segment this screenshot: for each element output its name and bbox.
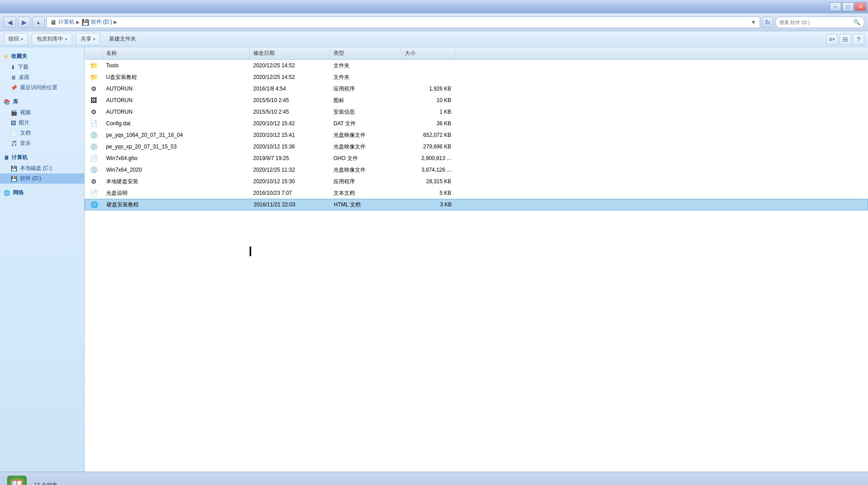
file-modified: 2020/12/25 14:52 (250, 74, 330, 80)
col-name-header[interactable]: 名称 (103, 47, 250, 59)
file-name[interactable]: Tools (103, 62, 250, 69)
file-type-icon: 💿 (90, 132, 98, 139)
table-row[interactable]: 📁U盘安装教程2020/12/25 14:52文件夹 (85, 71, 868, 83)
table-row[interactable]: 📄光盘说明2016/10/23 7:07文本文档5 KB (85, 187, 868, 199)
sidebar-item-documents[interactable]: 📄 文档 (0, 128, 84, 138)
refresh-button[interactable]: ↻ (762, 16, 773, 28)
table-row[interactable]: 📄Config.dat2020/10/12 15:42DAT 文件36 KB (85, 118, 868, 129)
search-bar: 🔍 (775, 16, 864, 28)
sidebar-item-pictures[interactable]: 🖼 图片 (0, 118, 84, 128)
file-row-icon: 📄 (85, 189, 103, 197)
sidebar-section-library: 📚 库 🎬 视频 🖼 图片 📄 文档 🎵 音乐 (0, 96, 84, 148)
library-label: 库 (13, 98, 18, 106)
table-row[interactable]: 🌐硬盘安装教程2016/11/21 22:03HTML 文档3 KB (85, 199, 868, 210)
file-name[interactable]: Win7x64_2020 (103, 167, 250, 173)
file-size: 28,315 KB (401, 178, 455, 185)
file-type-icon: 📄 (90, 189, 98, 197)
file-name[interactable]: pe_yqs_1064_20_07_31_16_04 (103, 132, 250, 138)
file-name[interactable]: 硬盘安装教程 (103, 201, 250, 209)
search-input[interactable] (779, 20, 852, 25)
sidebar-network-header[interactable]: 🌐 网络 (0, 187, 84, 198)
share-button[interactable]: 共享 ▾ (76, 33, 100, 45)
column-header: 名称 修改日期 类型 大小 (85, 47, 868, 60)
sidebar: ★ 收藏夹 ⬇ 下载 🖥 桌面 📌 最近访问的位置 📚 库 � (0, 47, 85, 472)
table-row[interactable]: ⚙AUTORUN2016/1/8 4:54应用程序1,926 KB (85, 83, 868, 95)
table-row[interactable]: 💿pe_yqs_xp_20_07_31_15_532020/10/12 15:3… (85, 141, 868, 152)
video-icon: 🎬 (11, 110, 17, 116)
file-type-icon: 📄 (90, 155, 98, 162)
file-name[interactable]: AUTORUN (103, 109, 250, 115)
minimize-button[interactable]: − (830, 2, 841, 11)
sidebar-item-downloads[interactable]: ⬇ 下载 (0, 62, 84, 72)
table-row[interactable]: ⚙AUTORUN2015/5/10 2:45安装信息1 KB (85, 106, 868, 118)
file-type: 应用程序 (330, 85, 401, 93)
table-row[interactable]: 💿Win7x64_20202020/12/25 11:32光盘映像文件3,874… (85, 164, 868, 176)
network-label: 网络 (13, 189, 24, 197)
file-size: 3 KB (402, 201, 455, 208)
share-label: 共享 (81, 35, 91, 43)
file-name[interactable]: Win7x64.gho (103, 155, 250, 161)
file-modified: 2015/5/10 2:45 (250, 97, 330, 103)
file-modified: 2020/12/25 11:32 (250, 167, 330, 173)
sidebar-item-recent[interactable]: 📌 最近访问的位置 (0, 82, 84, 93)
file-type-icon: 🌐 (91, 201, 98, 208)
file-name[interactable]: Config.dat (103, 120, 250, 127)
file-type: 光盘映像文件 (330, 166, 401, 174)
organize-button[interactable]: 组织 ▾ (4, 33, 28, 45)
sidebar-section-favorites: ★ 收藏夹 ⬇ 下载 🖥 桌面 📌 最近访问的位置 (0, 51, 84, 93)
sidebar-item-d-drive[interactable]: 💾 软件 (D:) (0, 173, 84, 184)
breadcrumb: 🖥 计算机 ▶ 💾 软件 (D:) ▶ ▼ (46, 16, 760, 28)
file-row-icon: 📄 (85, 120, 103, 127)
preview-pane-button[interactable]: ⊟ (839, 34, 851, 45)
table-row[interactable]: 📁Tools2020/12/25 14:52文件夹 (85, 60, 868, 71)
sidebar-favorites-header[interactable]: ★ 收藏夹 (0, 51, 84, 62)
back-button[interactable]: ◀ (4, 16, 16, 28)
sidebar-item-video[interactable]: 🎬 视频 (0, 107, 84, 118)
breadcrumb-drive[interactable]: 软件 (D:) (91, 18, 112, 26)
documents-icon: 📄 (11, 130, 17, 136)
col-size-header[interactable]: 大小 (401, 47, 455, 59)
file-size: 1,926 KB (401, 86, 455, 92)
file-name[interactable]: pe_yqs_xp_20_07_31_15_53 (103, 144, 250, 150)
table-row[interactable]: 🖼AUTORUN2015/5/10 2:45图标10 KB (85, 95, 868, 106)
help-button[interactable]: ? (853, 34, 864, 45)
computer-label: 计算机 (12, 154, 28, 161)
sidebar-library-header[interactable]: 📚 库 (0, 96, 84, 107)
table-row[interactable]: 📄Win7x64.gho2019/9/7 19:25GHO 文件2,900,81… (85, 152, 868, 164)
desktop-icon: 🖥 (11, 74, 16, 81)
sidebar-item-c-drive[interactable]: 💾 本地磁盘 (C:) (0, 163, 84, 173)
file-row-icon: ⚙ (85, 178, 103, 185)
up-button[interactable]: ▲ (32, 16, 45, 28)
toolbar-right: ≡ ▾ ⊟ ? (826, 34, 864, 45)
new-folder-button[interactable]: 新建文件夹 (104, 33, 141, 45)
music-label: 音乐 (20, 140, 31, 147)
file-size: 2,900,813 ... (401, 155, 455, 161)
table-row[interactable]: 💿pe_yqs_1064_20_07_31_16_042020/10/12 15… (85, 129, 868, 141)
maximize-button[interactable]: □ (842, 2, 854, 11)
file-type-icon: 💿 (90, 143, 98, 150)
table-row[interactable]: ⚙本地硬盘安装2020/10/12 15:30应用程序28,315 KB (85, 176, 868, 187)
sidebar-item-music[interactable]: 🎵 音乐 (0, 138, 84, 148)
file-name[interactable]: AUTORUN (103, 97, 250, 103)
breadcrumb-computer[interactable]: 计算机 (58, 18, 74, 26)
titlebar: − □ ✕ (0, 0, 868, 13)
close-button[interactable]: ✕ (855, 2, 866, 11)
forward-button[interactable]: ▶ (18, 16, 30, 28)
sidebar-computer-header[interactable]: 🖥 计算机 (0, 152, 84, 163)
col-modified-header[interactable]: 修改日期 (250, 47, 330, 59)
file-name[interactable]: U盘安装教程 (103, 74, 250, 81)
breadcrumb-dropdown[interactable]: ▼ (751, 19, 756, 25)
view-options-button[interactable]: ≡ ▾ (826, 34, 838, 45)
include-library-button[interactable]: 包含到库中 ▾ (32, 33, 72, 45)
file-type: 文本文档 (330, 189, 401, 197)
downloads-icon: ⬇ (11, 64, 15, 70)
file-name[interactable]: 光盘说明 (103, 189, 250, 197)
sidebar-item-desktop[interactable]: 🖥 桌面 (0, 72, 84, 82)
file-name[interactable]: 本地硬盘安装 (103, 178, 250, 185)
file-name[interactable]: AUTORUN (103, 86, 250, 92)
file-type: DAT 文件 (330, 120, 401, 127)
preview-icon: ⊟ (843, 36, 848, 43)
col-type-header[interactable]: 类型 (330, 47, 401, 59)
documents-label: 文档 (20, 129, 31, 137)
file-type: 应用程序 (330, 178, 401, 185)
